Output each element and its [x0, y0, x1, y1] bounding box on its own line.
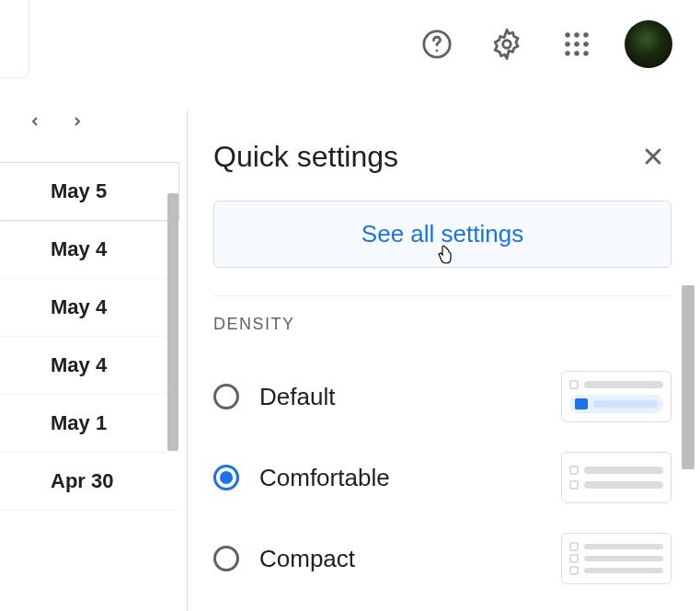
avatar[interactable]	[625, 20, 672, 68]
date-item[interactable]: May 4	[0, 221, 179, 279]
density-option-default[interactable]: Default	[213, 356, 671, 437]
radio-icon	[213, 384, 239, 409]
close-icon[interactable]	[635, 138, 671, 175]
density-option-comfortable[interactable]: Comfortable	[213, 437, 671, 518]
see-all-settings-button[interactable]: See all settings	[213, 201, 671, 268]
svg-point-11	[583, 51, 589, 56]
option-label: Comfortable	[259, 464, 561, 492]
quick-settings-panel: Quick settings See all settings DENSITY …	[187, 110, 694, 611]
radio-icon	[213, 465, 239, 490]
option-label: Default	[259, 383, 561, 411]
density-preview-default	[561, 371, 671, 422]
panel-title: Quick settings	[213, 140, 398, 174]
svg-point-5	[583, 32, 589, 38]
date-list: May 5 May 4 May 4 May 4 May 1 Apr 30	[0, 162, 179, 511]
date-item[interactable]: May 1	[0, 395, 179, 453]
gear-icon[interactable]	[485, 22, 529, 66]
svg-point-2	[503, 40, 511, 48]
help-icon[interactable]	[415, 22, 459, 66]
radio-icon	[213, 546, 239, 571]
svg-point-7	[574, 41, 580, 47]
svg-point-3	[565, 32, 570, 38]
svg-point-4	[574, 32, 580, 38]
date-item[interactable]: Apr 30	[0, 453, 179, 511]
chevron-left-icon[interactable]	[28, 110, 42, 134]
option-label: Compact	[259, 545, 561, 573]
date-item[interactable]: May 5	[0, 162, 179, 221]
svg-point-6	[565, 41, 570, 47]
left-column: May 5 May 4 May 4 May 4 May 1 Apr 30	[0, 110, 179, 511]
apps-grid-icon[interactable]	[555, 22, 599, 66]
density-option-compact[interactable]: Compact	[213, 518, 671, 599]
density-preview-comfortable	[561, 452, 671, 503]
svg-point-1	[436, 49, 439, 52]
svg-point-10	[574, 51, 580, 56]
scrollbar[interactable]	[167, 193, 178, 451]
date-item[interactable]: May 4	[0, 279, 179, 337]
scrollbar[interactable]	[682, 285, 694, 469]
panel-header: Quick settings	[213, 138, 671, 175]
svg-point-9	[565, 51, 570, 56]
divider	[213, 295, 671, 296]
svg-point-8	[583, 41, 589, 47]
top-bar	[0, 0, 700, 87]
date-item[interactable]: May 4	[0, 337, 179, 395]
pager	[0, 110, 179, 134]
chevron-right-icon[interactable]	[70, 110, 85, 134]
density-preview-compact	[561, 533, 671, 584]
density-section-label: DENSITY	[213, 315, 671, 334]
